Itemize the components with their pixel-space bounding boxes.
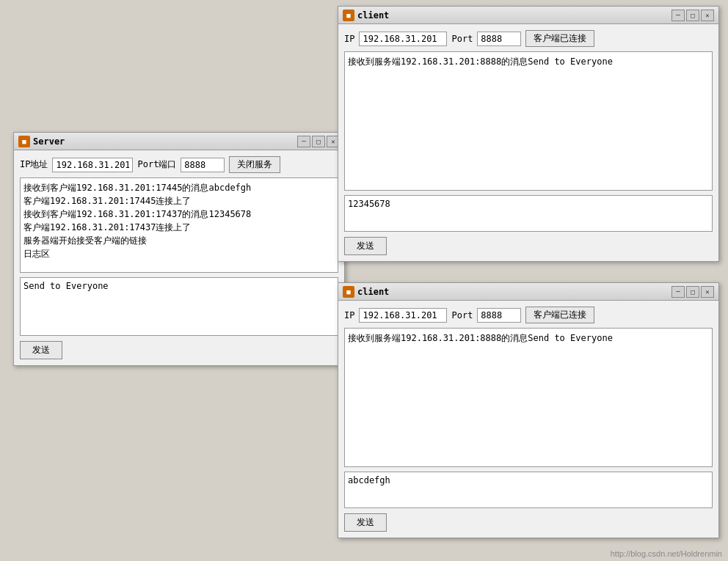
client1-minimize-btn[interactable]: ─ bbox=[671, 10, 685, 21]
server-log-line-6: 日志区 bbox=[23, 247, 335, 260]
client2-ip-input[interactable] bbox=[359, 308, 447, 323]
client1-form-row: IP Port 客户端已连接 bbox=[344, 30, 713, 47]
client1-send-textarea[interactable]: 12345678 bbox=[344, 195, 713, 232]
client2-content: IP Port 客户端已连接 接收到服务端192.168.31.201:8888… bbox=[338, 301, 718, 538]
server-log-line-4: 客户端192.168.31.201:17437连接上了 bbox=[23, 221, 335, 234]
client2-send-btn[interactable]: 发送 bbox=[344, 513, 387, 532]
client1-title-bar[interactable]: ■ client ─ □ ✕ bbox=[338, 7, 718, 24]
server-send-btn[interactable]: 发送 bbox=[20, 341, 62, 359]
client2-form-row: IP Port 客户端已连接 bbox=[344, 307, 713, 323]
server-port-label: Port端口 bbox=[137, 158, 176, 171]
client1-ip-label: IP bbox=[344, 34, 354, 44]
client2-title-buttons: ─ □ ✕ bbox=[671, 286, 714, 298]
server-log-line-2: 客户端192.168.31.201:17445连接上了 bbox=[23, 194, 335, 208]
client1-title: client bbox=[357, 10, 671, 21]
client1-window: ■ client ─ □ ✕ IP Port 客户端已连接 接收到服务端192.… bbox=[338, 6, 719, 262]
client2-minimize-btn[interactable]: ─ bbox=[671, 286, 685, 298]
client1-content: IP Port 客户端已连接 接收到服务端192.168.31.201:8888… bbox=[338, 24, 718, 261]
client2-maximize-btn[interactable]: □ bbox=[686, 286, 699, 298]
client2-title-bar[interactable]: ■ client ─ □ ✕ bbox=[338, 283, 718, 301]
client1-close-btn[interactable]: ✕ bbox=[701, 10, 714, 21]
server-log-line-5: 服务器端开始接受客户端的链接 bbox=[23, 234, 335, 247]
client1-port-input[interactable] bbox=[477, 32, 521, 46]
server-minimize-btn[interactable]: ─ bbox=[297, 136, 310, 147]
server-form-row: IP地址 Port端口 关闭服务 bbox=[20, 156, 338, 173]
client1-maximize-btn[interactable]: □ bbox=[686, 10, 699, 21]
client2-window: ■ client ─ □ ✕ IP Port 客户端已连接 接收到服务端192.… bbox=[338, 282, 719, 538]
client2-log-text: 接收到服务端192.168.31.201:8888的消息Send to Ever… bbox=[348, 331, 709, 345]
client1-icon: ■ bbox=[343, 10, 354, 21]
client2-title: client bbox=[357, 287, 671, 297]
server-title-buttons: ─ □ ✕ bbox=[297, 136, 340, 147]
server-port-input[interactable] bbox=[181, 158, 225, 172]
server-window: ■ Server ─ □ ✕ IP地址 Port端口 关闭服务 接收到客户端19… bbox=[13, 132, 345, 366]
client1-ip-input[interactable] bbox=[359, 32, 447, 46]
client2-log-area: 接收到服务端192.168.31.201:8888的消息Send to Ever… bbox=[344, 328, 713, 467]
client1-send-row: 发送 bbox=[344, 234, 713, 255]
client2-port-input[interactable] bbox=[477, 308, 521, 323]
client1-title-buttons: ─ □ ✕ bbox=[671, 10, 714, 21]
server-close-service-btn[interactable]: 关闭服务 bbox=[229, 156, 280, 173]
server-ip-input[interactable] bbox=[52, 158, 133, 172]
client1-port-label: Port bbox=[451, 34, 473, 44]
server-icon: ■ bbox=[18, 136, 30, 147]
client1-log-area: 接收到服务端192.168.31.201:8888的消息Send to Ever… bbox=[344, 51, 713, 191]
server-title-bar[interactable]: ■ Server ─ □ ✕ bbox=[14, 133, 344, 150]
server-log-line-1: 接收到客户端192.168.31.201:17445的消息abcdefgh bbox=[23, 181, 335, 194]
server-maximize-btn[interactable]: □ bbox=[312, 136, 325, 147]
server-ip-label: IP地址 bbox=[20, 158, 48, 171]
client1-send-btn[interactable]: 发送 bbox=[344, 237, 387, 255]
client2-close-btn[interactable]: ✕ bbox=[701, 286, 714, 298]
watermark: http://blog.csdn.net/Holdrenmin bbox=[611, 549, 722, 558]
server-send-textarea[interactable]: Send to Everyone bbox=[20, 277, 338, 336]
client2-send-row: 发送 bbox=[344, 510, 713, 532]
client2-port-label: Port bbox=[451, 310, 473, 320]
client1-log-text: 接收到服务端192.168.31.201:8888的消息Send to Ever… bbox=[348, 55, 709, 68]
client1-connect-btn[interactable]: 客户端已连接 bbox=[525, 30, 594, 47]
server-title: Server bbox=[33, 136, 297, 147]
client2-ip-label: IP bbox=[344, 310, 354, 320]
client2-icon: ■ bbox=[343, 286, 354, 298]
client2-connect-btn[interactable]: 客户端已连接 bbox=[525, 307, 594, 323]
server-log-line-3: 接收到客户端192.168.31.201:17437的消息12345678 bbox=[23, 208, 335, 221]
server-send-row: 发送 bbox=[20, 338, 338, 359]
server-content: IP地址 Port端口 关闭服务 接收到客户端192.168.31.201:17… bbox=[14, 150, 344, 365]
client2-send-textarea[interactable]: abcdefgh bbox=[344, 472, 713, 508]
server-log-area: 接收到客户端192.168.31.201:17445的消息abcdefgh 客户… bbox=[20, 177, 338, 273]
